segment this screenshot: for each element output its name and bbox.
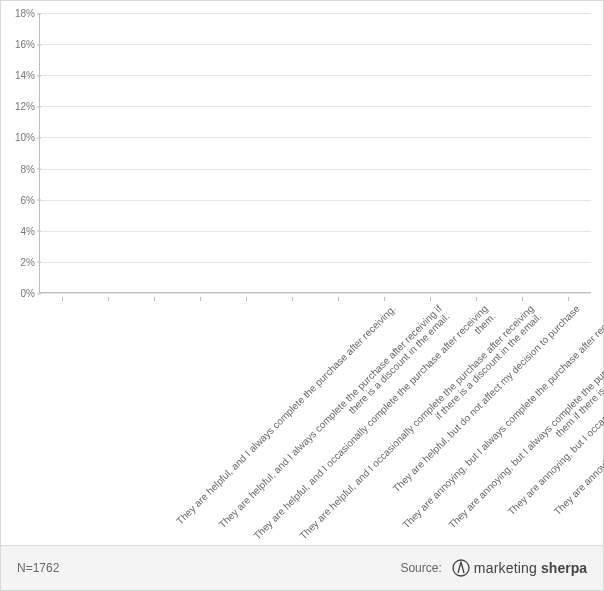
y-tick-label: 14% <box>5 70 35 81</box>
x-label-slot: They are helpful, and I always complete … <box>85 297 131 535</box>
x-tick <box>384 297 385 301</box>
x-label-slot: They are annoying, but I always complete… <box>315 297 361 535</box>
y-tick-label: 12% <box>5 101 35 112</box>
y-tick-label: 0% <box>5 288 35 299</box>
bars-container <box>39 13 591 293</box>
source: Source: marketingsherpa <box>400 559 587 577</box>
x-tick <box>292 297 293 301</box>
sample-size: N=1762 <box>17 561 59 575</box>
x-label-slot: None <box>499 297 545 535</box>
x-label-slot: They are annoying, and I wish brands wou… <box>453 297 499 535</box>
y-tick-label: 16% <box>5 39 35 50</box>
brand-thin: marketing <box>474 560 537 576</box>
x-label-slot: They are annoying, but I occasionally co… <box>407 297 453 535</box>
x-tick <box>522 297 523 301</box>
x-tick <box>200 297 201 301</box>
x-tick <box>568 297 569 301</box>
x-label-slot: I have never received an email reminder. <box>545 297 591 535</box>
marketingsherpa-logo: marketingsherpa <box>452 559 587 577</box>
x-label-slot: They are annoying, but I occasionally co… <box>361 297 407 535</box>
gridline <box>39 293 591 294</box>
x-label-slot: They are helpful, but do not affect my d… <box>223 297 269 535</box>
y-tick-label: 10% <box>5 132 35 143</box>
brand-bold: sherpa <box>541 560 587 576</box>
x-labels: They are helpful, and I always complete … <box>39 297 591 535</box>
plot-area: 0%2%4%6%8%10%12%14%16%18% <box>39 13 591 293</box>
chart-frame: 0%2%4%6%8%10%12%14%16%18% They are helpf… <box>0 0 604 591</box>
x-label-slot: They are helpful, and I occasionally com… <box>131 297 177 535</box>
x-label-slot: They are helpful, and I occasionally com… <box>177 297 223 535</box>
y-tick-label: 8% <box>5 163 35 174</box>
chart-footer: N=1762 Source: marketingsherpa <box>1 545 603 590</box>
y-tick-label: 2% <box>5 256 35 267</box>
source-label: Source: <box>400 561 441 575</box>
x-tick <box>108 297 109 301</box>
x-tick <box>154 297 155 301</box>
x-label-slot: They are annoying, but I always complete… <box>269 297 315 535</box>
x-tick <box>476 297 477 301</box>
y-tick-label: 4% <box>5 225 35 236</box>
sherpa-mark-icon <box>452 559 470 577</box>
x-tick <box>430 297 431 301</box>
x-tick <box>62 297 63 301</box>
x-label-slot: They are helpful, and I always complete … <box>39 297 85 535</box>
y-tick-label: 6% <box>5 194 35 205</box>
x-tick <box>338 297 339 301</box>
x-tick <box>246 297 247 301</box>
y-tick-label: 18% <box>5 8 35 19</box>
